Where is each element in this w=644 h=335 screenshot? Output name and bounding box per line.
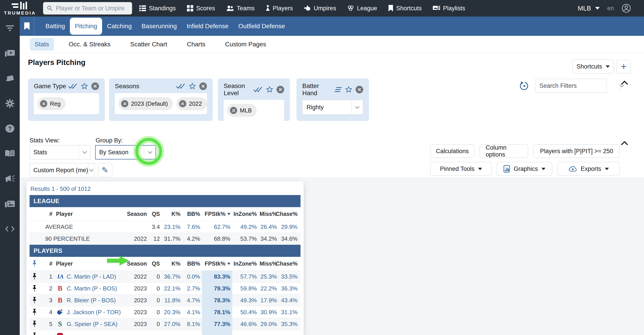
player-link[interactable]: R. Bleier (P - BOS) (67, 297, 116, 304)
topnav-item-umpires[interactable]: Umpires (304, 5, 336, 12)
star-icon[interactable] (345, 86, 352, 93)
pin-icon[interactable] (30, 271, 40, 282)
star-icon[interactable] (189, 83, 196, 90)
tab-batting[interactable]: Batting (40, 16, 70, 36)
col-chase[interactable]: Chase% (279, 207, 300, 221)
filter-chip[interactable]: 2023 (Default) (118, 97, 173, 110)
remove-chip-icon[interactable] (179, 100, 186, 107)
topnav-item-shortcuts[interactable]: Shortcuts (388, 5, 422, 12)
tab-catching[interactable]: Catching (102, 16, 137, 36)
code-icon[interactable] (5, 224, 15, 234)
language-label[interactable]: en (607, 5, 614, 12)
gallery-icon[interactable] (5, 199, 15, 209)
col-bb[interactable]: BB% (182, 257, 202, 270)
stats-view-select[interactable]: Stats (30, 145, 90, 160)
col-inzone[interactable]: InZone% (232, 257, 259, 270)
filter-icon[interactable] (5, 23, 15, 33)
pinned-tools-button[interactable]: Pinned Tools (430, 162, 492, 176)
remove-chip-icon[interactable] (121, 100, 128, 107)
tab-occ-streaks[interactable]: Occ. & Streaks (64, 38, 116, 50)
batter-hand-select[interactable]: Righty (302, 100, 363, 115)
calculations-button[interactable]: Calculations (430, 144, 474, 158)
player-link[interactable]: C. Martin (P - BOS) (67, 285, 117, 292)
topnav-item-league[interactable]: League (347, 5, 377, 12)
pin-icon[interactable] (30, 282, 40, 294)
topnav-item-scores[interactable]: Scores (187, 5, 215, 12)
star-icon[interactable] (266, 86, 273, 93)
tab-infield-defense[interactable]: Infield Defense (182, 16, 234, 36)
player-link[interactable]: J. Jackson (P - TOR) (67, 309, 121, 316)
col-fpstk[interactable]: FPStk% (202, 257, 232, 270)
col-qs[interactable]: QS (149, 207, 162, 221)
league-selector[interactable]: MLB (578, 5, 600, 12)
col-chase[interactable]: Chase% (279, 257, 300, 270)
star-icon[interactable] (81, 83, 88, 90)
col-season[interactable]: Season (130, 257, 149, 270)
collapse-filters-icon[interactable] (621, 80, 628, 86)
global-search-input[interactable] (56, 5, 128, 12)
remove-filter-icon[interactable] (276, 86, 284, 94)
trumedia-logo[interactable]: TRUMEDIA (3, 0, 37, 16)
remove-filter-icon[interactable] (356, 86, 363, 94)
col-k[interactable]: K% (162, 257, 182, 270)
double-check-icon[interactable] (253, 87, 263, 92)
filter-chip[interactable]: MLB (227, 104, 256, 117)
col-inzone[interactable]: InZone% (232, 207, 259, 221)
tab-outfield-defense[interactable]: Outfield Defense (233, 16, 290, 36)
report-select[interactable]: Custom Report (me) (30, 163, 94, 177)
book-icon[interactable] (5, 149, 15, 158)
col-player[interactable]: Player (54, 257, 130, 270)
double-check-icon[interactable] (176, 83, 186, 89)
add-shortcut-button[interactable]: + (617, 60, 630, 74)
gear-icon[interactable] (5, 98, 15, 108)
tab-baserunning[interactable]: Baserunning (136, 16, 182, 36)
edit-report-button[interactable]: ✎ (98, 163, 112, 177)
pin-icon[interactable] (30, 294, 40, 306)
cards-icon[interactable] (5, 74, 15, 83)
col-k[interactable]: K% (162, 207, 182, 221)
col-season[interactable]: Season (130, 207, 149, 221)
qualifier-button[interactable]: Players with [P|PIT] >= 250 (534, 144, 620, 158)
tab-custom-pages[interactable]: Custom Pages (220, 38, 271, 50)
bookmark-icon[interactable] (20, 22, 34, 30)
topnav-item-players[interactable]: Players (266, 5, 293, 12)
tab-scatter-chart[interactable]: Scatter Chart (126, 38, 172, 50)
pin-icon[interactable] (30, 306, 40, 318)
double-check-icon[interactable] (68, 83, 78, 89)
pin-icon[interactable] (30, 318, 40, 330)
player-link[interactable]: C. Martin (P - LAD) (67, 273, 116, 280)
col-num[interactable]: # (40, 207, 54, 221)
shortcuts-button[interactable]: Shortcuts (572, 60, 614, 74)
help-icon[interactable]: ? (5, 124, 15, 134)
remove-filter-icon[interactable] (199, 82, 207, 90)
user-avatar-icon[interactable] (622, 4, 631, 13)
topnav-item-teams[interactable]: Teams (226, 5, 254, 12)
video-playlist-icon[interactable] (5, 48, 15, 58)
col-qs[interactable]: QS (149, 257, 162, 270)
topnav-item-playlists[interactable]: Playlists (433, 5, 465, 12)
exports-button[interactable]: Exports (558, 162, 620, 176)
search-filters-input[interactable] (536, 82, 619, 90)
filter-chip[interactable]: 2022 (176, 97, 207, 110)
tab-charts[interactable]: Charts (182, 38, 210, 50)
player-link[interactable]: G. Speier (P - SEA) (67, 321, 117, 328)
remove-filter-icon[interactable] (91, 82, 99, 90)
pin-all-icon[interactable] (30, 257, 40, 270)
menu-lines-icon[interactable] (334, 87, 342, 92)
filter-chip[interactable]: Reg (38, 97, 66, 110)
collapse-controls-icon[interactable] (621, 141, 628, 146)
megaphone-icon[interactable] (5, 174, 15, 184)
remove-chip-icon[interactable] (230, 107, 237, 114)
pin-icon[interactable] (30, 330, 40, 335)
col-bb[interactable]: BB% (182, 207, 202, 221)
col-fpstk[interactable]: FPStk% (202, 207, 232, 221)
global-search[interactable] (43, 2, 132, 14)
col-num[interactable]: # (40, 257, 54, 270)
search-filters[interactable] (535, 79, 607, 93)
tab-pitching[interactable]: Pitching (70, 18, 102, 35)
graphics-button[interactable]: Graphics (497, 162, 552, 176)
tab-stats[interactable]: Stats (30, 38, 54, 50)
history-icon[interactable] (520, 81, 529, 92)
column-options-button[interactable]: Column options (480, 144, 528, 158)
group-by-select[interactable]: By Season (95, 145, 156, 160)
